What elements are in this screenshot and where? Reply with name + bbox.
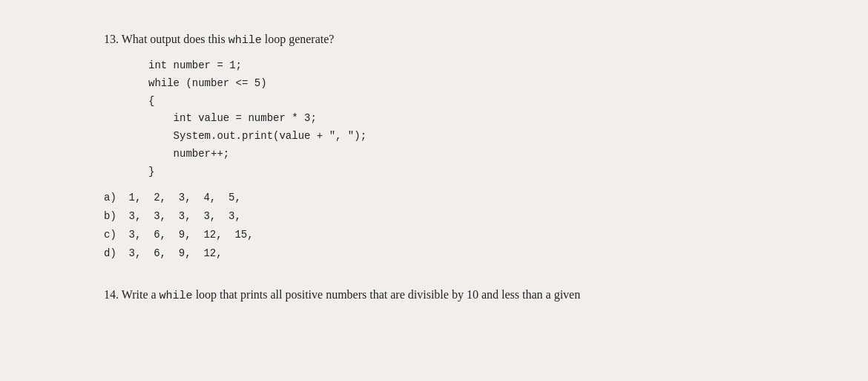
code-line-1: int number = 1; [148, 57, 764, 75]
code-line-5: System.out.print(value + ", "); [148, 128, 764, 146]
answer-c: c) 3, 6, 9, 12, 15, [104, 226, 764, 244]
question-13-number: 13. [104, 33, 119, 45]
question-13-answers: a) 1, 2, 3, 4, 5, b) 3, 3, 3, 3, 3, c) 3… [104, 189, 764, 264]
question-13-text-after: loop generate? [262, 33, 335, 45]
question-14-number: 14. [104, 288, 119, 301]
question-13-text-before: What output does this [122, 33, 228, 45]
question-13-code-block: int number = 1; while (number <= 5) { in… [148, 57, 764, 181]
question-13-header: 13. What output does this while loop gen… [104, 30, 764, 50]
code-line-3: { [148, 93, 764, 111]
question-14-text-after: loop that prints all positive numbers th… [193, 288, 581, 301]
question-14-text-before: Write a [122, 288, 160, 301]
code-line-2: while (number <= 5) [148, 75, 764, 93]
code-line-6: number++; [148, 146, 764, 163]
question-14-inline-code: while [160, 290, 193, 302]
code-line-4: int value = number * 3; [148, 110, 764, 128]
question-13-block: 13. What output does this while loop gen… [104, 30, 764, 263]
question-13-inline-code: while [228, 34, 262, 47]
page-content: 13. What output does this while loop gen… [0, 15, 868, 381]
answer-a: a) 1, 2, 3, 4, 5, [104, 189, 764, 207]
code-line-7: } [148, 163, 764, 181]
answer-d: d) 3, 6, 9, 12, [104, 244, 764, 263]
question-14-block: 14. Write a while loop that prints all p… [104, 285, 764, 305]
answer-b: b) 3, 3, 3, 3, 3, [104, 207, 764, 226]
